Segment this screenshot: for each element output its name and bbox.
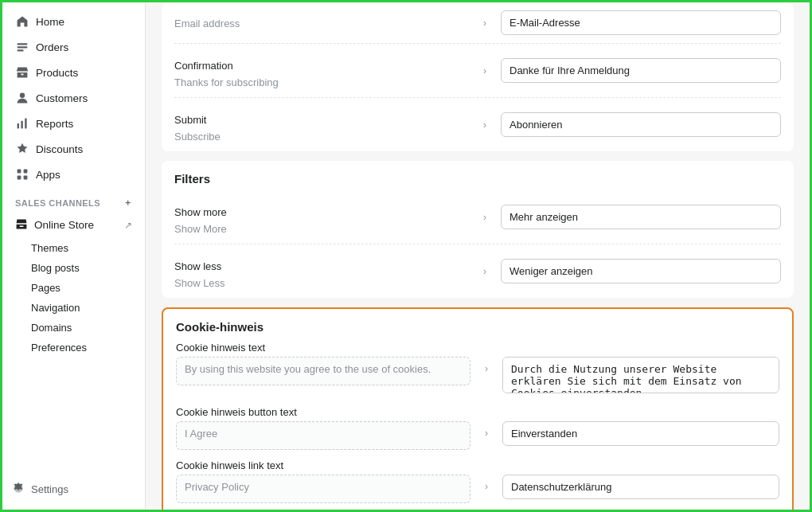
cookie-text-placeholder: By using this website you agree to the u… [176,357,470,385]
cookie-button-input[interactable] [502,421,779,446]
cookie-link-text-right[interactable] [502,475,779,499]
sidebar-label-orders: Orders [36,41,68,53]
cookie-link-text-block: Cookie hinweis link text Privacy Policy … [176,459,779,503]
online-store-label: Online Store [34,219,94,231]
discounts-icon [15,142,29,156]
sidebar: Home Orders Products Customers Reports D… [2,2,146,510]
show-more-value-col[interactable] [501,205,781,229]
cookie-hinweis-section: Cookie-hinweis Cookie hinweis text By us… [162,307,794,510]
svg-rect-7 [18,170,21,174]
sales-channels-section: SALES CHANNELS ＋ [2,187,145,212]
blog-posts-label: Blog posts [31,262,80,274]
sidebar-label-reports: Reports [36,118,73,130]
sidebar-online-store[interactable]: Online Store ↗ [6,212,142,238]
confirmation-heading: Confirmation [174,52,469,75]
sidebar-item-customers[interactable]: Customers [6,85,142,111]
navigation-label: Navigation [31,302,80,314]
sidebar-label-products: Products [36,67,78,79]
cookie-text-row: By using this website you agree to the u… [176,357,779,397]
email-input[interactable] [501,10,781,35]
cookie-text-block: Cookie hinweis text By using this websit… [176,342,779,397]
sidebar-label-home: Home [36,16,64,28]
sidebar-item-orders[interactable]: Orders [6,34,142,60]
sidebar-label-apps: Apps [36,169,61,181]
svg-rect-2 [18,49,24,51]
cookie-link-text-input[interactable] [502,475,779,499]
add-channel-icon[interactable]: ＋ [123,197,132,209]
svg-rect-8 [24,170,28,174]
show-more-input[interactable] [501,205,781,229]
preferences-label: Preferences [31,342,87,354]
svg-rect-9 [18,176,21,180]
sidebar-item-reports[interactable]: Reports [6,111,142,136]
email-placeholder: Email address [174,18,240,29]
sidebar-item-preferences[interactable]: Preferences [6,338,142,358]
online-store-icon [15,217,28,233]
themes-label: Themes [31,242,68,254]
sidebar-label-discounts: Discounts [36,143,83,155]
submit-section: Submit Subscribe › [174,98,781,151]
settings-icon [12,482,25,497]
submit-value-col[interactable] [501,112,781,137]
home-icon [15,14,29,29]
sidebar-item-apps[interactable]: Apps [6,162,142,187]
submit-chevron: › [475,119,494,131]
sidebar-item-blog-posts[interactable]: Blog posts [6,258,142,278]
sidebar-item-home[interactable]: Home [6,9,142,34]
domains-label: Domains [31,322,72,334]
show-less-chevron: › [475,266,494,277]
show-less-row: Show less Show Less › [174,244,781,298]
show-less-heading: Show less [174,252,469,276]
svg-rect-4 [18,123,19,128]
filters-heading: Filters [174,161,781,190]
cookie-text-chevron: › [477,357,496,374]
sidebar-label-customers: Customers [36,92,88,104]
show-less-value-col[interactable] [501,259,781,283]
pages-label: Pages [31,282,61,294]
sidebar-item-products[interactable]: Products [6,60,142,85]
cookie-button-label: Cookie hinweis button text [176,406,779,418]
email-label-col: Email address [174,16,469,30]
show-more-label-col: Show more Show More [174,198,469,236]
customers-icon [15,91,29,105]
orders-icon [15,40,29,54]
cookie-button-right[interactable] [502,421,779,446]
cookie-text-label: Cookie hinweis text [176,342,779,354]
top-fields-section: Email address › Confirmation Thanks for … [162,2,794,151]
svg-rect-5 [21,121,22,129]
products-icon [15,65,29,80]
svg-point-3 [20,93,25,98]
sidebar-item-discounts[interactable]: Discounts [6,136,142,162]
show-less-input[interactable] [501,259,781,283]
submit-input[interactable] [501,112,781,137]
show-more-placeholder: Show More [174,223,227,235]
confirmation-chevron: › [475,65,494,76]
cookie-text-input[interactable]: Durch die Nutzung unserer Website erklär… [502,357,779,393]
svg-rect-10 [24,176,28,180]
submit-placeholder: Subscribe [174,131,221,143]
confirmation-section: Confirmation Thanks for subscribing › [174,44,781,98]
sidebar-item-navigation[interactable]: Navigation [6,298,142,318]
cookie-button-block: Cookie hinweis button text I Agree › [176,406,779,450]
reports-icon [15,116,29,131]
confirmation-label-col: Confirmation Thanks for subscribing [174,52,469,89]
cookie-button-placeholder: I Agree [176,421,470,450]
settings-item[interactable]: Settings [2,475,145,503]
svg-rect-1 [18,46,28,48]
confirmation-input[interactable] [501,58,781,83]
cookie-text-right[interactable]: Durch die Nutzung unserer Website erklär… [502,357,779,397]
sidebar-item-themes[interactable]: Themes [6,238,142,258]
external-link-icon: ↗ [124,220,132,231]
cookie-button-chevron: › [477,421,496,439]
sidebar-item-pages[interactable]: Pages [6,278,142,298]
show-less-placeholder: Show Less [174,277,225,289]
email-field-row: Email address › [174,2,781,44]
submit-heading: Submit [174,106,469,129]
cookie-button-row: I Agree › [176,421,779,450]
cookie-link-text-row: Privacy Policy › [176,475,779,503]
cookie-link-text-label: Cookie hinweis link text [176,459,779,471]
confirmation-value-col[interactable] [501,58,781,83]
email-value-col[interactable] [501,10,781,35]
show-more-chevron: › [475,212,494,223]
sidebar-item-domains[interactable]: Domains [6,318,142,338]
